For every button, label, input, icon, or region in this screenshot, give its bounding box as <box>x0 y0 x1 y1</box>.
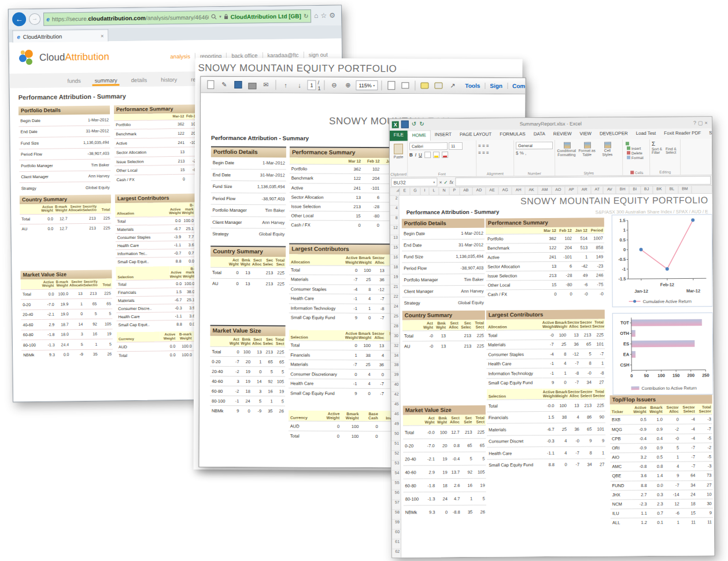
row-header[interactable]: 46 <box>391 412 400 422</box>
row-header[interactable]: 18 <box>390 264 399 274</box>
row-header[interactable]: 24 <box>391 304 400 313</box>
row-header[interactable]: 45 <box>391 402 400 412</box>
sub-nav-tab[interactable]: summary <box>88 74 124 86</box>
ribbon-tab[interactable]: DEVELOPER <box>596 129 632 139</box>
ribbon-tab[interactable]: REVIEW <box>549 130 576 140</box>
worksheet[interactable]: 2481213151618192122242528303234383940424… <box>390 194 715 558</box>
underline-button[interactable]: U <box>419 152 422 157</box>
editing-button[interactable]: Find & Select <box>666 147 677 155</box>
cumulative-active-return-chart[interactable]: 1.510.50-0.5-1-1.5Jan-12Feb-12Mar-12Cumu… <box>612 214 713 307</box>
row-header[interactable]: 39 <box>391 372 400 382</box>
column-header[interactable]: AD <box>472 187 486 195</box>
single-page-view-button[interactable] <box>385 79 397 91</box>
style-button[interactable]: Conditional Formatting <box>557 142 576 157</box>
refresh-icon[interactable]: ↻ <box>304 13 309 19</box>
font-name-select[interactable]: Calibri <box>409 142 448 150</box>
column-header[interactable]: AR <box>578 187 592 194</box>
panel-link[interactable]: Tools <box>460 83 485 89</box>
row-header[interactable]: 58 <box>392 510 401 520</box>
font-size-select[interactable]: 11 <box>449 142 463 150</box>
panel-link[interactable]: Comment <box>507 83 526 89</box>
row-header[interactable]: 22 <box>391 294 400 304</box>
sub-nav-tab[interactable]: details <box>124 73 154 86</box>
undo-button[interactable]: ↺ <box>412 120 416 129</box>
editing-button[interactable]: Sort & Filter <box>652 147 662 155</box>
row-header[interactable]: 4 <box>390 206 399 216</box>
top-nav-link[interactable]: analysis <box>165 53 194 60</box>
page-number-field[interactable]: 1 <box>307 80 316 90</box>
contribution-to-active-return-chart[interactable]: TOTOTHESEACSH050100150200250Contribution… <box>612 312 714 395</box>
comment-bubble-button[interactable] <box>419 79 431 91</box>
row-header[interactable]: 54 <box>391 471 400 481</box>
paste-button[interactable]: Paste <box>391 155 405 159</box>
search-icon[interactable] <box>211 14 217 20</box>
row-header[interactable]: 28 <box>391 323 400 333</box>
maximize-icon[interactable]: ▢ <box>698 120 705 126</box>
top-nav-link[interactable]: karadaa@ftc <box>263 51 304 58</box>
column-header[interactable]: L <box>429 187 439 195</box>
column-header[interactable]: I <box>421 187 430 195</box>
edit-button[interactable]: ✎ <box>218 79 230 91</box>
open-file-button[interactable] <box>204 79 216 91</box>
style-button[interactable]: Format as Table <box>577 142 596 157</box>
save-button[interactable] <box>232 79 244 91</box>
column-header[interactable]: AB <box>460 187 472 195</box>
row-header[interactable]: 62 <box>392 549 401 558</box>
row-header[interactable]: 32 <box>391 343 400 353</box>
column-header[interactable]: AK <box>525 187 538 194</box>
enter-icon[interactable]: ✓ <box>444 179 448 185</box>
align-top-icons[interactable]: ≡ ≡ ≡ <box>478 143 512 149</box>
row-header[interactable]: 42 <box>391 392 400 402</box>
ribbon-tab[interactable]: Foxit Reader PDF <box>660 128 705 139</box>
row-header[interactable]: 60 <box>392 530 401 540</box>
ribbon-tab[interactable]: Solver Foundation <box>705 128 715 139</box>
row-header[interactable]: 53 <box>391 461 400 471</box>
email-button[interactable]: ✉ <box>260 79 272 91</box>
ribbon-tab[interactable]: INSERT <box>431 130 456 141</box>
row-header[interactable]: 21 <box>390 284 399 294</box>
column-header[interactable]: AM <box>538 187 552 194</box>
browser-tab[interactable]: e CloudAttribution × <box>12 29 108 42</box>
row-header[interactable]: 19 <box>390 274 399 284</box>
row-header[interactable]: 25 <box>391 313 400 323</box>
column-header[interactable]: N <box>439 187 449 195</box>
column-header[interactable]: AP <box>565 187 578 194</box>
close-icon[interactable]: × <box>101 32 104 39</box>
row-header[interactable]: 40 <box>391 382 400 392</box>
column-header[interactable]: AO <box>552 187 565 194</box>
column-header[interactable]: BI <box>629 186 641 194</box>
row-header[interactable]: 56 <box>392 490 401 500</box>
row-header[interactable]: 30 <box>391 333 400 343</box>
top-nav-link[interactable]: sign out <box>304 51 332 58</box>
next-page-button[interactable]: ↓ <box>293 79 305 91</box>
column-header[interactable]: E <box>400 187 410 195</box>
row-header[interactable]: 38 <box>391 363 400 372</box>
row-header[interactable]: 15 <box>390 245 399 254</box>
zoom-out-button[interactable]: ⊖ <box>328 79 340 91</box>
row-header[interactable]: 61 <box>392 540 401 549</box>
column-header[interactable]: AH <box>512 187 526 194</box>
style-button[interactable]: Cell Styles <box>598 141 617 156</box>
url-field[interactable]: e https://secure.cloudattribution.com/an… <box>43 9 311 26</box>
column-header[interactable]: AG <box>499 187 512 194</box>
row-header[interactable]: 57 <box>392 500 401 510</box>
formula-input[interactable] <box>455 176 711 186</box>
ribbon-tab[interactable]: VIEW <box>575 130 596 140</box>
row-header[interactable]: 13 <box>390 235 399 245</box>
name-box[interactable]: BU32▾ <box>391 178 437 186</box>
column-header[interactable]: BH <box>616 186 630 194</box>
favorites-icon[interactable]: ☆ <box>320 12 329 20</box>
column-header[interactable]: BL <box>666 186 679 194</box>
insert-function-icon[interactable]: fx <box>449 179 453 185</box>
row-header[interactable]: 49 <box>391 422 400 431</box>
close-icon[interactable]: × <box>704 120 709 126</box>
ribbon-tab[interactable]: FILE <box>390 131 408 141</box>
zoom-level-select[interactable]: 115% ▾ <box>356 80 378 90</box>
cells-button[interactable]: Format <box>626 155 648 160</box>
sub-nav-tab[interactable]: history <box>154 73 184 85</box>
cells-button[interactable]: Delete <box>626 150 648 155</box>
ribbon-tab[interactable]: PAGE LAYOUT <box>456 130 496 141</box>
bold-button[interactable]: B <box>409 152 413 157</box>
row-header[interactable]: 16 <box>390 254 399 264</box>
highlight-button[interactable] <box>433 80 445 92</box>
